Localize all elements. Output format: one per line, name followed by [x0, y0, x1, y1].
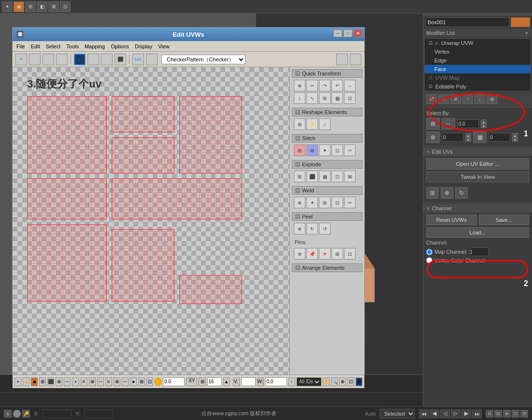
sb-input-3[interactable] — [489, 133, 510, 142]
modifier-vertex[interactable]: Vertex — [425, 47, 531, 56]
toolbar-btn-5[interactable]: ⊠ — [48, 1, 59, 12]
sb-icon-2[interactable]: ↔ — [442, 118, 455, 130]
uv-icon-2[interactable]: ⊕ — [441, 187, 453, 199]
qt-icon-2[interactable]: ✂ — [306, 80, 318, 91]
qt-icon-1[interactable]: ⊕ — [294, 80, 305, 91]
toolbar-btn-1[interactable]: ✦ — [2, 1, 13, 12]
sb-spin-dn-3[interactable]: ▼ — [512, 137, 518, 142]
bt-icon-10[interactable]: ⊕ — [89, 377, 96, 386]
re-icon-3[interactable]: ⌂ — [319, 118, 331, 130]
collapse-btn-w[interactable]: ─ — [295, 188, 300, 193]
edge-mode-icon[interactable]: ─ — [87, 54, 99, 65]
bt-icon-25[interactable]: ⊕ — [339, 377, 346, 386]
bt-icon-12[interactable]: ≡ — [105, 377, 112, 386]
toolbar-btn-6[interactable]: ⊡ — [60, 1, 71, 12]
rotate-icon[interactable]: ↻ — [29, 54, 41, 65]
sb-input-1[interactable] — [457, 119, 479, 128]
selected-dropdown[interactable]: Selected — [380, 409, 415, 419]
play-btn-prev[interactable]: ◀ — [430, 409, 439, 418]
re-icon-1[interactable]: ⊞ — [294, 118, 305, 130]
qt-icon-3[interactable]: ↷ — [319, 80, 331, 91]
status-icon-2[interactable]: 🔑 — [22, 410, 30, 418]
vertex-color-radio[interactable]: Vertex Color Channel — [426, 257, 529, 263]
flip-h-icon[interactable]: ↔ — [336, 54, 348, 65]
sb-icon-1[interactable]: ⊞ — [426, 118, 440, 130]
st-icon-2[interactable]: ⊠ — [306, 145, 318, 156]
status-right-icon-5[interactable]: ⚒ — [520, 410, 528, 418]
menu-file[interactable]: File — [16, 43, 25, 49]
w-icon-1[interactable]: ⊕ — [294, 197, 305, 208]
qt-icon-5[interactable]: ↔ — [344, 80, 356, 91]
qt-icon-9[interactable]: ▦ — [331, 92, 343, 104]
st-icon-5[interactable]: ✂ — [344, 145, 356, 156]
qt-icon-6[interactable]: ↕ — [294, 92, 305, 104]
bt-icon-9[interactable]: ≡ — [81, 377, 87, 386]
w-icon-4[interactable]: ⊡ — [331, 197, 343, 208]
sb-spin-up-1[interactable]: ▲ — [481, 119, 487, 124]
pin-icon-4[interactable]: ⊞ — [331, 248, 343, 260]
uv-icon[interactable]: UV — [132, 54, 144, 65]
bt-icon-14[interactable]: ─ — [122, 377, 129, 386]
modifier-uvw-map[interactable]: ☑ UVW Map — [425, 73, 531, 82]
ex-icon-5[interactable]: ⊠ — [344, 171, 356, 182]
flip-v-icon[interactable]: ↕ — [350, 54, 361, 65]
maximize-button[interactable]: □ — [344, 29, 352, 37]
modifier-list-dropdown-icon[interactable]: ▼ — [524, 30, 529, 36]
bt-icon-17[interactable]: ⊡ — [146, 377, 153, 386]
ex-icon-4[interactable]: ⊡ — [331, 171, 343, 182]
status-right-icon-3[interactable]: ⊕ — [503, 410, 511, 418]
bt-icon-26[interactable]: ⊡ — [347, 377, 354, 386]
st-icon-1[interactable]: ⊞ — [294, 145, 305, 156]
scale-icon[interactable]: ⤡ — [43, 54, 54, 65]
map-channel-input[interactable] — [470, 247, 489, 256]
modifier-expand-1[interactable]: ▷ — [435, 41, 438, 45]
re-icon-2[interactable]: ⚡ — [306, 118, 318, 130]
bt-icon-23[interactable]: ✋ — [323, 377, 330, 386]
reset-uvws-btn[interactable]: Reset UVWs — [426, 215, 477, 225]
channel-title[interactable]: Channel — [423, 204, 532, 213]
uv-island-4[interactable] — [179, 96, 242, 174]
bt-icon-2[interactable]: ▲ — [23, 377, 29, 386]
status-x-input[interactable] — [43, 409, 72, 418]
st-icon-3[interactable]: ✦ — [319, 145, 331, 156]
sb-spin-up-2[interactable]: ▲ — [465, 133, 471, 137]
ex-icon-3[interactable]: ▦ — [319, 171, 331, 182]
uv-island-3[interactable] — [112, 137, 174, 174]
quick-transform-header[interactable]: ─ Quick Transform — [292, 69, 362, 78]
qt-icon-4[interactable]: ↶ — [331, 80, 343, 91]
bt-icon-8[interactable]: ▪ — [72, 377, 79, 386]
modifier-editable-poly[interactable]: ☑ Editable Poly — [425, 82, 531, 91]
collapse-btn-p[interactable]: ─ — [295, 214, 300, 219]
modifier-unwrap-uvw[interactable]: ☑ ▷ Unwrap UVW — [425, 39, 531, 47]
modifier-face[interactable]: Face — [425, 65, 531, 73]
collapse-btn-st[interactable]: ─ — [295, 136, 300, 141]
uv-icon-1[interactable]: ⊞ — [426, 187, 439, 199]
color-swatch[interactable] — [511, 17, 530, 27]
modifier-edge[interactable]: Edge — [425, 56, 531, 65]
v-input[interactable] — [241, 377, 256, 386]
bt-icon-4[interactable]: ⊞ — [39, 377, 46, 386]
w-input[interactable] — [265, 377, 287, 386]
status-right-icon-4[interactable]: ⊡ — [512, 410, 519, 418]
play-btn-fwd[interactable]: ▷ — [451, 409, 460, 418]
toolbar-btn-4[interactable]: ◧ — [37, 1, 47, 12]
map-channel-radio-input[interactable] — [426, 249, 432, 255]
uv-island-1[interactable] — [27, 96, 107, 174]
freeform-icon[interactable]: ⊞ — [56, 54, 68, 65]
uv-island-8[interactable] — [112, 229, 174, 302]
status-right-icon-1[interactable]: ⚙ — [486, 410, 493, 418]
mod-tb-add[interactable]: + — [438, 94, 449, 104]
element-mode-icon[interactable]: ⬛ — [115, 54, 126, 65]
bt-icon-13[interactable]: ⊕ — [114, 377, 120, 386]
xy-btn[interactable]: XY — [186, 377, 197, 386]
sb-spin-dn-1[interactable]: ▼ — [481, 124, 487, 128]
mod-tb-up[interactable]: ↑ — [462, 94, 473, 104]
ex-icon-2[interactable]: ⬛ — [306, 171, 318, 182]
edit-uvs-title[interactable]: Edit UVs — [423, 147, 532, 156]
menu-edit[interactable]: Edit — [31, 43, 40, 49]
status-y-input[interactable] — [84, 409, 113, 418]
load-btn[interactable]: Load... — [426, 227, 529, 238]
collapse-btn-ex[interactable]: ─ — [295, 162, 300, 167]
uv-island-2[interactable] — [112, 96, 174, 132]
checker-icon[interactable]: ⊞ — [146, 54, 158, 65]
